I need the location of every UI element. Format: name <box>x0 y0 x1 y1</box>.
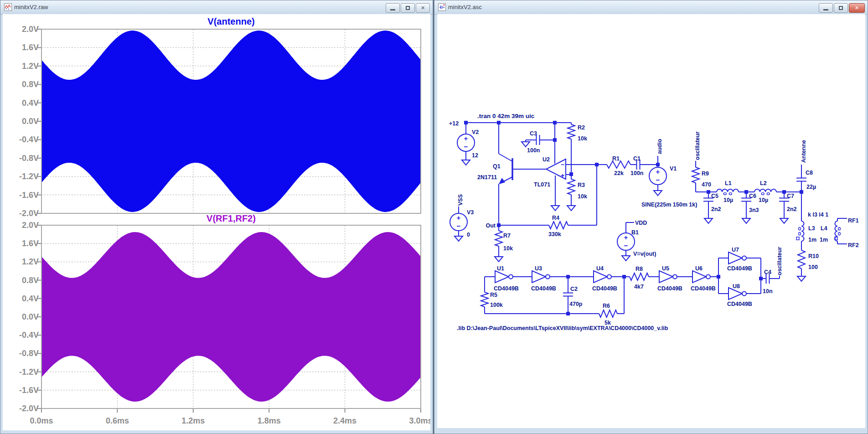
schematic-label: L4 <box>821 225 827 232</box>
schematic-label: 10k <box>578 193 587 200</box>
schematic-label: .tran 0 42m 39m uic <box>477 113 535 119</box>
inverter-U5 <box>659 271 673 283</box>
schematic-label: C7 <box>787 193 794 199</box>
y-tick-label: 1.6V <box>22 239 39 248</box>
restore-button[interactable] <box>834 3 848 13</box>
ground-flag-icon <box>462 158 470 165</box>
inverter-U3 <box>532 271 546 283</box>
schematic-canvas[interactable]: +−+−+−+−−+.tran 0 42m 39m uic+12V212C310… <box>437 14 865 428</box>
junction-node <box>800 190 803 194</box>
junction-node <box>566 312 570 315</box>
schematic-label: L2 <box>760 180 767 186</box>
inductor-L4 <box>835 221 837 241</box>
schematic-label: C1 <box>633 155 641 162</box>
schematic-label: 4k7 <box>634 284 644 290</box>
inverter-U6 <box>692 271 706 283</box>
y-tick-label: 0.4V <box>22 98 39 108</box>
junction-node <box>497 223 501 227</box>
schematic-label: U5 <box>662 265 669 272</box>
schematic-file-icon <box>438 3 446 11</box>
schematic-label: oscillateur <box>694 131 701 160</box>
schematic-label: U2 <box>542 156 550 163</box>
svg-text:+: + <box>464 134 468 142</box>
schematic-label: C6 <box>749 193 756 199</box>
schematic-label: U4 <box>596 265 604 272</box>
junction-node <box>595 163 599 166</box>
schematic-titlebar[interactable]: minitxV2.asc ✕ <box>434 0 868 15</box>
schematic-label: 22k <box>614 170 624 176</box>
schematic-label: 1m <box>808 237 816 243</box>
y-tick-label: -0.8V <box>19 154 39 163</box>
schematic-label: CD4049B <box>531 285 556 292</box>
resistor-R6 <box>599 310 617 317</box>
schematic-label: C8 <box>806 170 813 176</box>
restore-button[interactable] <box>401 3 415 13</box>
schematic-label: Q1 <box>493 163 501 170</box>
close-button[interactable]: ✕ <box>416 3 430 13</box>
phase-dot <box>796 237 799 240</box>
ground-flag-icon <box>704 217 713 223</box>
junction-node <box>717 275 720 279</box>
schematic-label: CD4049B <box>592 285 617 292</box>
ground-flag-icon <box>742 217 750 223</box>
schematic-label: V1 <box>670 165 677 172</box>
schematic-label: RF1 <box>848 217 859 224</box>
close-button[interactable]: ✕ <box>849 3 865 13</box>
schematic-label: CD4049B <box>657 285 682 292</box>
schematic-label: SINE(225m 150m 1k) <box>641 202 697 208</box>
y-tick-label: -2.0V <box>19 209 39 218</box>
ltspice-desktop: minitxV2.raw ✕ 2.0V1.6V1.2V0.8V0.4V0.0V-… <box>0 0 868 434</box>
plot-V(RF1,RF2): 2.0V1.6V1.2V0.8V0.4V0.0V-0.4V-0.8V-1.2V-… <box>19 213 430 425</box>
resistor-R8 <box>630 273 649 280</box>
trace-V(antenne) <box>41 31 421 212</box>
schematic-label: R1 <box>612 155 620 162</box>
y-tick-label: 0.4V <box>22 294 39 303</box>
resistor-R7 <box>495 231 502 246</box>
schematic-label: oscillateur <box>776 247 783 275</box>
plot-title: V(antenne) <box>207 16 254 26</box>
waveform-plots: 2.0V1.6V1.2V0.8V0.4V0.0V-0.4V-0.8V-1.2V-… <box>3 14 430 430</box>
junction-node <box>553 121 557 124</box>
schematic-label: 2n2 <box>711 206 721 212</box>
svg-text:−: − <box>656 176 660 184</box>
y-tick-label: -0.4V <box>19 331 39 340</box>
schematic-label: k l3 l4 1 <box>808 212 828 218</box>
schematic-window: minitxV2.asc ✕ +−+−+−+−−+.tran 0 42m 39m… <box>434 0 868 434</box>
schematic-label: R4 <box>552 215 559 221</box>
schematic-label: audio <box>656 139 663 154</box>
svg-text:+: + <box>457 214 461 222</box>
junction-node <box>497 121 501 124</box>
capacitor-C2 <box>563 292 573 297</box>
schematic-label: C2 <box>570 286 578 292</box>
svg-text:−: − <box>561 161 564 168</box>
junction-node <box>707 190 710 194</box>
trace-V(RF1,RF2) <box>41 232 421 402</box>
x-tick-label: 1.2ms <box>181 416 205 425</box>
minimize-button[interactable] <box>819 3 833 13</box>
waveform-titlebar[interactable]: minitxV2.raw ✕ <box>0 0 433 15</box>
schematic-label: 100k <box>490 302 503 308</box>
junction-node <box>744 190 748 194</box>
schematic-label: R6 <box>603 303 610 309</box>
schematic-label: 470p <box>569 301 583 307</box>
schematic-label: R3 <box>578 182 585 188</box>
ground-flag-icon <box>654 189 662 196</box>
resistor-R4 <box>549 222 568 229</box>
minimize-button[interactable] <box>386 3 400 13</box>
capacitor-C8 <box>796 177 806 182</box>
junction-node <box>782 190 786 194</box>
schematic-window-title: minitxV2.asc <box>448 4 482 10</box>
schematic-label: 10k <box>503 245 513 252</box>
inverter-U7 <box>728 252 742 264</box>
junction-node <box>759 277 763 280</box>
resistor-R10 <box>798 250 805 269</box>
resistor-R2 <box>568 124 575 139</box>
schematic-label: C3 <box>530 130 537 137</box>
waveform-pane[interactable]: 2.0V1.6V1.2V0.8V0.4V0.0V-0.4V-0.8V-1.2V-… <box>3 14 430 430</box>
schematic-label: 2N1711 <box>477 174 497 181</box>
junction-node <box>566 275 570 279</box>
schematic-label: VDD <box>635 220 647 226</box>
y-tick-label: -1.2V <box>19 172 39 181</box>
ground-flag-icon <box>455 234 463 241</box>
resistor-R9 <box>692 167 699 183</box>
